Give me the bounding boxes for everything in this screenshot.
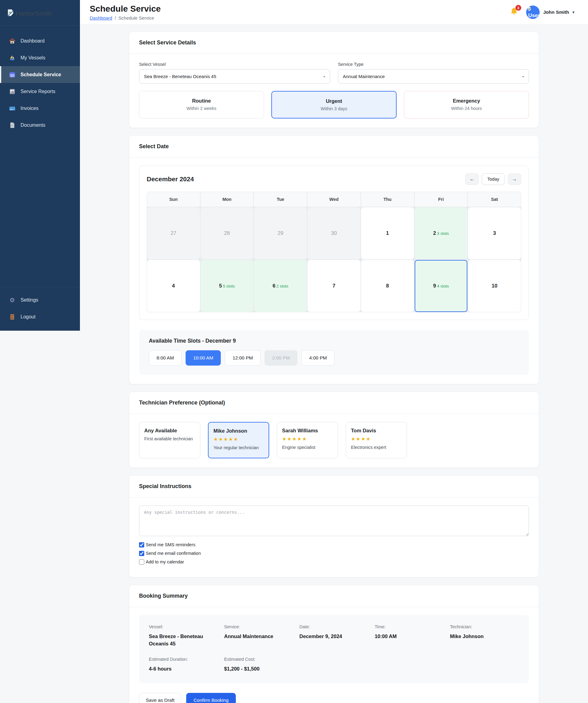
section-title: Booking Summary [139,593,529,599]
vessel-label: Select Vessel [139,62,330,67]
time-slot-10am-selected[interactable]: 10:00 AM [186,350,221,366]
summary-label: Technician: [450,624,519,629]
technician-option-sarah-williams[interactable]: Sarah Williams ★★★★★ Engine specialist [277,422,338,458]
star-rating: ★★★★ [351,436,402,442]
calendar-day[interactable]: 55 slots [201,260,253,312]
sailboat-icon [9,54,16,62]
avatar[interactable]: User [526,5,539,19]
calendar-day-header: Tue [254,192,307,207]
checkbox-label: Send me email confirmation [146,551,201,556]
calendar-next-button[interactable]: → [508,173,521,185]
sidebar-item-dashboard[interactable]: Dashboard [0,32,80,49]
time-slot-12pm[interactable]: 12:00 PM [225,350,260,366]
special-instructions-input[interactable] [139,505,529,536]
summary-label: Service: [224,624,293,629]
user-name: John Smith [543,9,569,15]
notifications-button[interactable]: 3 [510,7,518,17]
star-rating: ★★★★★ [213,436,264,442]
calendar-day-header: Sat [468,192,521,207]
calendar-day-selected[interactable]: 94 slots [415,260,468,312]
calendar-day-header: Fri [415,192,468,207]
sidebar-footer: ⚙ Settings Logout [0,287,80,331]
calendar-day[interactable]: 8 [361,260,414,312]
sidebar-item-service-reports[interactable]: Service Reports [0,83,80,100]
summary-label: Estimated Duration: [149,657,218,662]
confirm-booking-button[interactable]: Confirm Booking [186,693,236,703]
sms-reminders-checkbox[interactable] [139,542,144,547]
sidebar-item-label: Service Reports [20,89,56,94]
urgency-title: Emergency [407,98,525,104]
calendar-day: 28 [201,207,253,259]
time-slot-8am[interactable]: 8:00 AM [149,350,181,366]
time-slot-4pm[interactable]: 4:00 PM [301,350,335,366]
vessel-select[interactable]: Sea Breeze - Beneteau Oceanis 45 [139,69,330,84]
technician-description: Your regular technician [213,445,264,451]
calendar-day[interactable]: 4 [147,260,200,312]
calendar-day[interactable]: 1 [361,207,414,259]
calendar-day-header: Mon [201,192,253,207]
urgency-title: Urgent [275,98,393,104]
calendar-day-header: Sun [147,192,200,207]
summary-value: Sea Breeze - Beneteau Oceanis 45 [149,633,218,648]
calendar-prev-button[interactable]: ← [465,173,479,185]
technician-description: First available technician [144,436,195,442]
summary-value: Mike Johnson [450,633,519,640]
save-as-draft-button[interactable]: Save as Draft [139,693,181,703]
star-rating: ★★★★★ [282,436,333,442]
calendar-day-header: Thu [361,192,414,207]
chevron-down-icon[interactable]: ▼ [572,10,575,14]
calendar-day[interactable]: 23 slots [415,207,468,259]
sidebar-item-logout[interactable]: Logout [0,308,80,325]
avatar-alt-text: User [528,13,539,19]
technician-name: Sarah Williams [282,428,333,434]
urgency-subtitle: Within 2 weeks [142,106,261,111]
technician-description: Electronics expert [351,445,402,451]
breadcrumb-link-dashboard[interactable]: Dashboard [90,15,112,20]
email-confirmation-checkbox[interactable] [139,551,144,556]
technician-option-tom-davis[interactable]: Tom Davis ★★★★ Electronics expert [346,422,407,458]
urgency-subtitle: Within 3 days [275,106,393,111]
sidebar-item-label: Schedule Service [20,72,61,77]
time-slot-2pm-disabled: 2:00 PM [265,350,298,366]
calendar-day-header: Wed [307,192,360,207]
sidebar-item-label: Logout [20,314,35,320]
urgency-option-urgent[interactable]: Urgent Within 3 days [271,91,397,119]
urgency-option-emergency[interactable]: Emergency Within 24 hours [404,91,529,119]
calendar-month-title: December 2024 [147,175,194,183]
time-slots-panel: Available Time Slots - December 9 8:00 A… [139,330,529,375]
technician-preference-card: Technician Preference (Optional) Any Ava… [129,392,539,468]
sidebar-item-label: Dashboard [20,38,45,44]
summary-field-duration: Estimated Duration: 4-6 hours [149,657,218,673]
bar-chart-icon [9,88,16,95]
sidebar-item-settings[interactable]: ⚙ Settings [0,292,80,308]
calendar-day: 30 [307,207,360,259]
calendar-day[interactable]: 7 [307,260,360,312]
sidebar-item-invoices[interactable]: Invoices [0,100,80,116]
technician-option-any-available[interactable]: Any Available First available technician [139,422,200,458]
summary-panel: Vessel: Sea Breeze - Beneteau Oceanis 45… [139,615,529,683]
checkbox-label: Add to my calendar [146,559,184,564]
urgency-option-routine[interactable]: Routine Within 2 weeks [139,91,264,119]
calendar-day[interactable]: 62 slots [254,260,307,312]
sidebar-item-label: Documents [20,123,45,128]
technician-option-mike-johnson[interactable]: Mike Johnson ★★★★★ Your regular technici… [208,422,269,458]
add-to-calendar-checkbox[interactable] [139,559,144,565]
door-icon [9,313,16,321]
app-logo: HarborSmith [0,0,80,26]
sidebar-nav: Dashboard My Vessels [0,26,80,134]
service-details-card: Select Service Details Select Vessel Sea… [129,31,539,128]
calendar-day: 29 [254,207,307,259]
slot-count-label: 4 slots [437,284,449,289]
sidebar-item-schedule-service[interactable]: Schedule Service [0,66,80,83]
calendar-today-button[interactable]: Today [482,173,505,185]
summary-value: 10:00 AM [375,633,444,640]
sidebar-item-my-vessels[interactable]: My Vessels [0,49,80,66]
section-title: Select Service Details [139,40,529,46]
top-header: Schedule Service Dashboard / Schedule Se… [80,0,588,25]
calendar-day[interactable]: 3 [468,207,521,259]
calendar-day[interactable]: 10 [468,260,521,312]
service-type-select[interactable]: Annual Maintenance [338,69,529,84]
sidebar-item-documents[interactable]: Documents [0,116,80,134]
section-title: Technician Preference (Optional) [139,400,529,406]
app-logo-text: HarborSmith [16,10,52,17]
